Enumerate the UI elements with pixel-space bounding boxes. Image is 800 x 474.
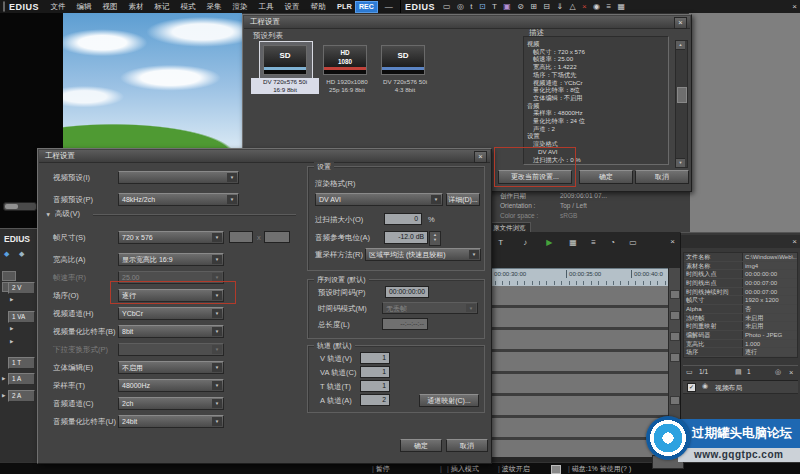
export-icon[interactable]: ⇓ — [556, 0, 563, 13]
overscan-field[interactable]: 0 — [384, 213, 422, 225]
text-tool-icon[interactable]: T — [498, 236, 503, 249]
scroll-down-icon[interactable]: ▼ — [676, 158, 685, 167]
video-preset-dropdown[interactable] — [118, 171, 239, 184]
a-track-field[interactable]: 2 — [360, 394, 390, 406]
track-header-2a[interactable]: 2 A — [8, 390, 35, 402]
preset-item-sd-169[interactable]: SD — [263, 45, 307, 75]
monitor-icon[interactable]: ▣ — [503, 0, 511, 13]
scroll-thumb[interactable] — [670, 311, 680, 320]
track-header-2v[interactable]: 2 V — [8, 282, 35, 294]
menu-file[interactable]: 文件 — [45, 0, 71, 13]
eject-icon[interactable]: △ — [570, 0, 576, 13]
preset-item-sd-43[interactable]: SD — [381, 45, 425, 75]
expand-icon[interactable] — [10, 326, 13, 332]
preset-caption[interactable]: DV 720x576 50i 16:9 8bit — [251, 78, 319, 94]
timeline-tracks-area[interactable] — [465, 286, 668, 457]
folder-icon[interactable]: ▭ — [443, 0, 451, 13]
voiceover-icon[interactable]: ♪ — [523, 236, 527, 249]
expand-icon[interactable] — [2, 376, 5, 382]
change-current-settings-button[interactable]: 更改当前设置... — [498, 170, 572, 184]
close-icon[interactable]: × — [789, 368, 793, 377]
paste-icon[interactable]: ⊟ — [543, 0, 550, 13]
checkbox-checked[interactable]: ✓ — [687, 383, 696, 392]
sample-rate-dropdown[interactable]: 48000Hz — [118, 379, 224, 392]
ref-level-field[interactable]: -12.0 dB — [384, 231, 428, 244]
track-header-1t[interactable]: 1 T — [8, 357, 35, 369]
v-track-field[interactable]: 1 — [360, 352, 390, 364]
menu-settings[interactable]: 设置 — [279, 0, 305, 13]
layers-icon[interactable]: ▤ — [735, 368, 742, 376]
scroll-thumb[interactable] — [670, 353, 680, 362]
eye-icon[interactable]: ◉ — [702, 382, 708, 390]
channel-mapping-button[interactable]: 通道映射(C)... — [419, 394, 479, 407]
copy-icon[interactable]: ⊞ — [530, 0, 537, 13]
cut-icon[interactable]: ⊘ — [517, 0, 524, 13]
detail-button[interactable]: 详细(D)... — [446, 193, 480, 206]
resample-dropdown[interactable]: 区域平均法 (快速且较粗) — [365, 248, 481, 261]
t-track-field[interactable]: 1 — [360, 380, 390, 392]
frame-size-dropdown[interactable]: 720 x 576 — [118, 231, 224, 244]
menu-help[interactable]: 帮助 — [305, 0, 331, 13]
close-icon[interactable] — [674, 17, 687, 29]
camera-icon[interactable]: ▶ — [546, 236, 552, 249]
menu-tools[interactable]: 工具 — [253, 0, 279, 13]
preview-slider-handle[interactable] — [5, 204, 18, 209]
menu-mode[interactable]: 模式 — [175, 0, 201, 13]
expand-icon[interactable] — [2, 393, 5, 399]
window-icon[interactable] — [551, 465, 561, 474]
close-icon[interactable]: × — [792, 235, 797, 248]
minimize-icon[interactable]: — — [385, 0, 393, 13]
scroll-thumb[interactable] — [670, 396, 680, 405]
bin-icon[interactable]: ▦ — [618, 0, 626, 13]
menu-view[interactable]: 视图 — [97, 0, 123, 13]
clock-icon[interactable]: ◔ — [610, 236, 615, 249]
menu-marker[interactable]: 标记 — [149, 0, 175, 13]
close-icon[interactable] — [474, 151, 487, 163]
add-title-icon[interactable]: t — [470, 0, 472, 13]
preset-item-hd1080[interactable]: HD 1080 — [323, 45, 367, 75]
text-icon[interactable]: T — [492, 0, 497, 13]
timeline-ruler[interactable]: 00:00:30:00 00:00:35:00 00:00:40:0 — [465, 268, 668, 287]
spinner-control[interactable]: ▲▼ — [429, 231, 441, 246]
ok-button[interactable]: 确定 — [579, 170, 633, 184]
description-scrollbar[interactable]: ▲ ▼ — [675, 40, 688, 168]
menu-clip[interactable]: 素材 — [123, 0, 149, 13]
video-bit-depth-dropdown[interactable]: 8bit — [118, 325, 224, 338]
aspect-ratio-dropdown[interactable]: 显示宽高比 16:9 — [118, 253, 224, 266]
advanced-section-label[interactable]: 高级(V) — [55, 209, 80, 219]
render-format-dropdown[interactable]: DV AVI — [315, 193, 443, 206]
player-icon[interactable]: ◉ — [593, 0, 600, 13]
tc-preset-field[interactable]: 00:00:00:00 — [385, 286, 429, 298]
rec-button[interactable]: REC — [355, 1, 378, 13]
track-header-1a[interactable]: 1 A — [8, 373, 35, 385]
layer-row[interactable]: ✓ ◉ 视频布局 — [683, 381, 798, 394]
va-track-field[interactable]: 1 — [360, 366, 390, 378]
scroll-thumb[interactable] — [677, 87, 687, 103]
grid-icon[interactable]: ▦ — [569, 236, 577, 249]
collapse-icon[interactable] — [45, 213, 51, 216]
monitor-icon[interactable]: ▭ — [629, 236, 637, 249]
preview-slider[interactable] — [3, 202, 37, 211]
bin-icon[interactable]: ▭ — [686, 368, 693, 376]
ok-button[interactable]: 确定 — [400, 439, 442, 452]
mixer-icon[interactable]: ≡ — [591, 236, 596, 249]
close-icon[interactable]: × — [670, 235, 675, 248]
audio-channel-dropdown[interactable]: 2ch — [118, 397, 224, 410]
field-order-dropdown[interactable]: 逐行 — [118, 289, 224, 302]
search-icon[interactable]: ◎ — [457, 0, 464, 13]
track-tool-button[interactable] — [2, 271, 16, 281]
menu-capture[interactable]: 采集 — [201, 0, 227, 13]
video-channel-dropdown[interactable]: YCbCr — [118, 307, 224, 320]
list-icon[interactable]: ≡ — [606, 0, 611, 13]
close-icon[interactable]: × — [792, 0, 797, 13]
clip-icon[interactable]: ◆ — [4, 250, 9, 258]
scroll-thumb[interactable] — [670, 332, 680, 341]
stereo-edit-dropdown[interactable]: 不启用 — [118, 361, 224, 374]
menu-render[interactable]: 渲染 — [227, 0, 253, 13]
link-icon[interactable]: ◎ — [775, 368, 781, 376]
clip-icon[interactable]: ◆ — [19, 250, 24, 258]
delete-icon[interactable]: × — [582, 0, 587, 13]
expand-icon[interactable] — [10, 297, 13, 303]
scroll-up-icon[interactable]: ▲ — [676, 41, 685, 50]
preset-caption[interactable]: DV 720x576 50i 4:3 8bit — [371, 78, 439, 94]
